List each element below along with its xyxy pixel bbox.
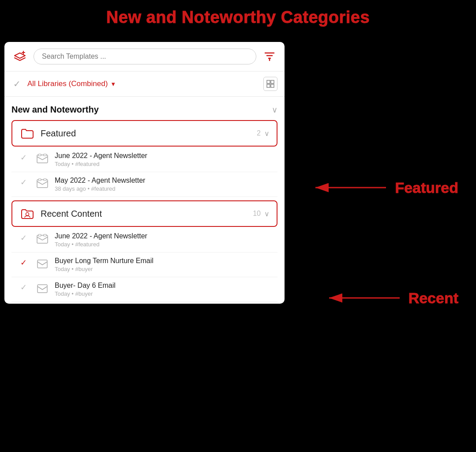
featured-expand-icon[interactable]: ∨ bbox=[264, 129, 270, 138]
recent-meta-2: Today • #buyer bbox=[55, 266, 270, 272]
recent-check-2: ✓ bbox=[20, 258, 30, 267]
recent-name-2: Buyer Long Term Nurture Email bbox=[55, 257, 270, 265]
recent-check-3: ✓ bbox=[20, 282, 30, 292]
svg-point-12 bbox=[26, 213, 29, 216]
recent-item-2: ✓ Buyer Long Term Nurture Email Today • … bbox=[11, 252, 277, 277]
category-section: New and Noteworthy ∨ Featured 2 ∨ ✓ bbox=[4, 97, 285, 304]
featured-annotation-label: Featured bbox=[395, 179, 458, 196]
collapse-icon[interactable]: ∨ bbox=[272, 105, 277, 115]
featured-category-box: Featured 2 ∨ bbox=[11, 120, 277, 147]
recent-name-1: June 2022 - Agent Newsletter bbox=[55, 232, 270, 240]
svg-rect-7 bbox=[38, 154, 41, 156]
svg-rect-11 bbox=[44, 179, 46, 181]
svg-rect-6 bbox=[37, 155, 48, 163]
person-folder-icon bbox=[19, 206, 35, 222]
section-header: New and Noteworthy ∨ bbox=[11, 105, 277, 115]
section-title: New and Noteworthy bbox=[11, 105, 99, 115]
svg-rect-16 bbox=[37, 260, 47, 268]
recent-annotation: Recent bbox=[325, 289, 458, 307]
featured-item-2: ✓ May 2022 - Agent Newsletter 38 days ag… bbox=[11, 172, 277, 197]
svg-rect-17 bbox=[37, 285, 47, 293]
svg-rect-5 bbox=[271, 84, 274, 87]
library-selector[interactable]: All Libraries (Combined) ▼ bbox=[27, 79, 116, 88]
recent-info-3: Buyer- Day 6 Email Today • #buyer bbox=[55, 282, 270, 297]
recent-count: 10 bbox=[253, 210, 261, 218]
folder-icon bbox=[19, 125, 35, 141]
search-input[interactable] bbox=[34, 49, 256, 64]
recent-item-3: ✓ Buyer- Day 6 Email Today • #buyer bbox=[11, 277, 277, 302]
filter-icon[interactable] bbox=[262, 49, 277, 64]
main-panel: ✓ All Libraries (Combined) ▼ New and Not… bbox=[4, 42, 285, 304]
recent-info-1: June 2022 - Agent Newsletter Today • #fe… bbox=[55, 232, 270, 248]
svg-rect-3 bbox=[271, 80, 274, 83]
grid-view-icon[interactable] bbox=[263, 77, 277, 91]
featured-label: Featured bbox=[41, 128, 257, 139]
check-mark: ✓ bbox=[11, 79, 22, 89]
recent-meta-3: Today • #buyer bbox=[55, 290, 270, 297]
recent-check-1: ✓ bbox=[20, 233, 30, 243]
item-name-2: May 2022 - Agent Newsletter bbox=[55, 177, 270, 185]
item-name-1: June 2022 - Agent Newsletter bbox=[55, 152, 270, 160]
svg-rect-15 bbox=[44, 234, 46, 236]
recent-expand-icon[interactable]: ∨ bbox=[264, 210, 270, 218]
recent-category-box: Recent Content 10 ∨ bbox=[11, 200, 277, 227]
svg-rect-4 bbox=[267, 84, 270, 87]
search-bar bbox=[4, 42, 285, 72]
featured-annotation: Featured bbox=[311, 179, 458, 196]
recent-meta-1: Today • #featured bbox=[55, 241, 270, 248]
recent-type-icon-3 bbox=[35, 282, 49, 296]
recent-type-icon-1 bbox=[35, 232, 49, 246]
item-check-2: ✓ bbox=[20, 177, 30, 187]
library-label: All Libraries (Combined) bbox=[27, 79, 108, 88]
item-check-1: ✓ bbox=[20, 153, 30, 162]
recent-label: Recent Content bbox=[41, 209, 253, 219]
recent-type-icon-2 bbox=[35, 257, 49, 271]
featured-item-1: ✓ June 2022 - Agent Newsletter Today • #… bbox=[11, 147, 277, 172]
item-meta-2: 38 days ago • #featured bbox=[55, 185, 270, 192]
recent-item-1: ✓ June 2022 - Agent Newsletter Today • #… bbox=[11, 228, 277, 252]
item-info-1: June 2022 - Agent Newsletter Today • #fe… bbox=[55, 152, 270, 167]
recent-annotation-label: Recent bbox=[409, 290, 458, 307]
featured-arrow bbox=[311, 179, 390, 196]
recent-category-row[interactable]: Recent Content 10 ∨ bbox=[12, 201, 277, 226]
newsletter-icon-2 bbox=[35, 177, 49, 191]
recent-info-2: Buyer Long Term Nurture Email Today • #b… bbox=[55, 257, 270, 272]
library-row: ✓ All Libraries (Combined) ▼ bbox=[4, 72, 285, 97]
item-meta-1: Today • #featured bbox=[55, 161, 270, 167]
newsletter-icon-1 bbox=[35, 152, 49, 166]
featured-category-row[interactable]: Featured 2 ∨ bbox=[12, 121, 277, 146]
layers-icon[interactable] bbox=[11, 48, 28, 65]
recent-name-3: Buyer- Day 6 Email bbox=[55, 282, 270, 290]
featured-count: 2 bbox=[257, 129, 261, 137]
svg-rect-10 bbox=[38, 179, 41, 181]
recent-arrow bbox=[325, 289, 404, 307]
library-arrow: ▼ bbox=[110, 81, 116, 87]
svg-rect-9 bbox=[37, 180, 48, 188]
svg-rect-2 bbox=[267, 80, 270, 83]
item-info-2: May 2022 - Agent Newsletter 38 days ago … bbox=[55, 177, 270, 192]
svg-rect-14 bbox=[38, 234, 41, 236]
page-title: New and Noteworthy Categories bbox=[0, 0, 476, 33]
svg-rect-8 bbox=[44, 154, 46, 156]
svg-rect-13 bbox=[37, 235, 48, 243]
search-input-wrap bbox=[34, 49, 256, 64]
